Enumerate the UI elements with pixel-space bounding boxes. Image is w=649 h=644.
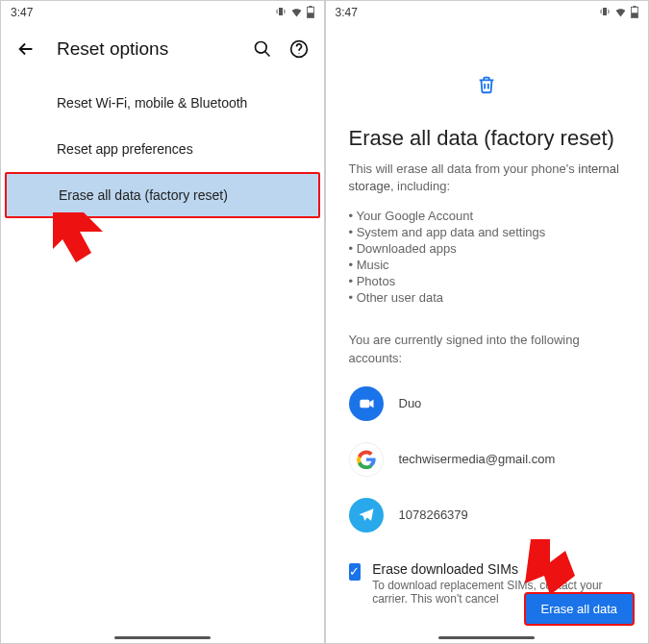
- bullet-item: • Downloaded apps: [349, 241, 626, 256]
- reset-options-list: Reset Wi-Fi, mobile & Bluetooth Reset ap…: [1, 74, 324, 218]
- status-time: 3:47: [336, 6, 358, 19]
- account-name: Duo: [399, 396, 422, 410]
- gesture-nav-bar[interactable]: [114, 636, 211, 639]
- svg-marker-6: [53, 212, 103, 262]
- status-icons-right: [599, 6, 638, 20]
- footer-button-wrap: Erase all data: [524, 592, 636, 626]
- subtitle-post: , including:: [390, 179, 450, 193]
- wifi-icon: [290, 6, 303, 20]
- page-title: Reset options: [57, 38, 251, 60]
- google-icon: [349, 442, 384, 477]
- trash-icon: [349, 74, 626, 99]
- erase-bullets: • Your Google Account • System and app d…: [349, 209, 626, 305]
- account-row-duo[interactable]: Duo: [349, 386, 626, 421]
- wifi-icon: [614, 6, 627, 20]
- gesture-nav-bar[interactable]: [438, 636, 535, 639]
- erase-all-data-button[interactable]: Erase all data: [524, 592, 636, 626]
- bullet-item: • System and app data and settings: [349, 225, 626, 239]
- account-name: 1078266379: [399, 508, 468, 522]
- svg-rect-1: [309, 6, 312, 8]
- svg-rect-9: [632, 12, 637, 17]
- account-row-google[interactable]: techwisermedia@gmail.com: [349, 442, 626, 477]
- status-bar: 3:47: [1, 1, 324, 24]
- status-bar: 3:47: [326, 1, 649, 24]
- battery-icon: [307, 6, 314, 20]
- vibrate-icon: [599, 6, 611, 19]
- bullet-item: • Music: [349, 258, 626, 272]
- bullet-item: • Photos: [349, 274, 626, 288]
- app-bar: Reset options: [1, 24, 324, 74]
- list-item-erase-all-data[interactable]: Erase all data (factory reset): [5, 172, 320, 218]
- esim-title: Erase downloaded SIMs: [372, 561, 625, 577]
- svg-point-5: [298, 53, 299, 54]
- esim-checkbox[interactable]: ✓: [349, 563, 362, 581]
- battery-icon: [631, 6, 638, 20]
- search-button[interactable]: [251, 37, 274, 61]
- status-time: 3:47: [11, 6, 33, 19]
- svg-rect-8: [633, 6, 636, 8]
- svg-rect-2: [307, 12, 312, 17]
- signed-in-label: You are currently signed into the follow…: [349, 332, 626, 366]
- back-button[interactable]: [14, 37, 37, 61]
- status-icons-right: [275, 6, 314, 20]
- erase-title: Erase all data (factory reset): [349, 126, 626, 151]
- svg-rect-10: [360, 400, 369, 408]
- account-row-telegram[interactable]: 1078266379: [349, 498, 626, 533]
- duo-icon: [349, 386, 384, 421]
- subtitle-pre: This will erase all data from your phone…: [349, 161, 579, 176]
- help-button[interactable]: [287, 37, 311, 61]
- screen-erase-all-data: 3:47 Erase all data (factory reset) This…: [325, 0, 650, 644]
- bullet-item: • Your Google Account: [349, 209, 626, 223]
- vibrate-icon: [275, 6, 287, 19]
- bullet-item: • Other user data: [349, 290, 626, 305]
- content-body: Erase all data (factory reset) This will…: [326, 24, 649, 615]
- list-item-reset-app-prefs[interactable]: Reset app preferences: [1, 126, 324, 172]
- telegram-icon: [349, 498, 384, 533]
- list-item-reset-wifi[interactable]: Reset Wi-Fi, mobile & Bluetooth: [1, 80, 324, 126]
- svg-point-3: [255, 42, 266, 54]
- erase-subtitle: This will erase all data from your phone…: [349, 161, 626, 195]
- screen-reset-options: 3:47 Reset options Reset Wi-Fi, mobile &…: [0, 0, 325, 644]
- account-name: techwisermedia@gmail.com: [399, 452, 556, 466]
